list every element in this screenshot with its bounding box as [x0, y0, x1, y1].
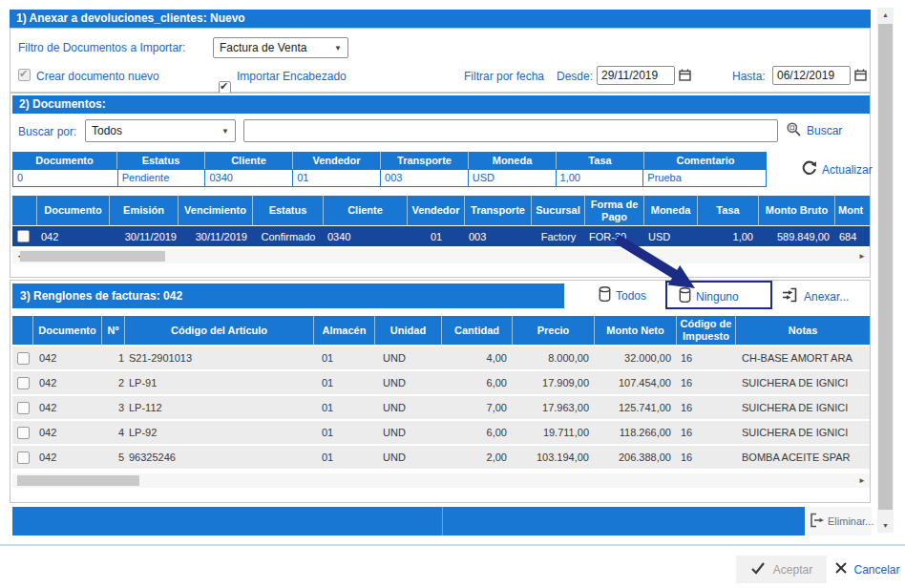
lines-table-row[interactable]: 042 2 LP-91 01 UND 6,00 17.909,00 107.45…: [12, 371, 870, 394]
cell: 8.000,00: [513, 352, 595, 364]
documents-hscrollbar[interactable]: ◄ ►: [12, 249, 870, 263]
cell: 01: [314, 402, 375, 413]
cell: UND: [375, 427, 442, 438]
cell: S21-2901013: [125, 352, 314, 364]
cell: 1: [102, 352, 125, 364]
close-icon: [834, 561, 848, 578]
cell: LP-92: [125, 427, 314, 438]
cell: 042: [33, 377, 102, 388]
document-type-select[interactable]: Factura de Venta ▼: [213, 37, 348, 58]
cell: 01: [314, 427, 375, 438]
header-cell: Precio: [513, 316, 595, 345]
cell: UND: [375, 352, 442, 364]
vscrollbar-thumb[interactable]: [878, 24, 893, 510]
buscar-label: Buscar: [807, 124, 842, 137]
desde-input[interactable]: [597, 66, 675, 85]
header-cell: Emisión: [110, 196, 179, 225]
documents-section-title: 2) Documentos:: [19, 97, 106, 111]
cell: 003: [381, 170, 469, 186]
cell: 1,00: [698, 231, 759, 242]
main-vscrollbar[interactable]: ▲ ▼: [877, 8, 894, 533]
lines-table-row[interactable]: 042 5 96325246 01 UND 2,00 103.194,00 20…: [12, 446, 870, 469]
cell: 7,00: [442, 402, 513, 413]
cell: 118.266,00: [595, 427, 677, 438]
buscar-button[interactable]: Buscar: [786, 121, 842, 140]
buscar-por-value: Todos: [92, 124, 122, 137]
refresh-icon: [801, 160, 817, 179]
scroll-down-icon[interactable]: ▼: [877, 522, 894, 529]
lines-panel: 3) Renglones de facturas: 042 Todos Ning…: [10, 280, 871, 503]
lines-table-row[interactable]: 042 1 S21-2901013 01 UND 4,00 8.000,00 3…: [12, 346, 870, 369]
row-checkbox[interactable]: [17, 452, 30, 464]
documents-table-row-selected[interactable]: 042 30/11/2019 30/11/2019 Confirmado 034…: [12, 226, 870, 246]
cell: 589.849,00: [759, 231, 835, 242]
cell: UND: [375, 402, 442, 413]
anexar-button[interactable]: Anexar...: [782, 287, 849, 305]
hasta-label: Hasta:: [732, 70, 766, 83]
row-checkbox[interactable]: [17, 377, 30, 389]
lines-table-body: 042 1 S21-2901013 01 UND 4,00 8.000,00 3…: [12, 346, 870, 469]
cell: 0340: [205, 170, 293, 186]
documents-table: Documento Emisión Vencimiento Estatus Cl…: [12, 196, 870, 246]
lines-table: Documento Nº Código del Artículo Almacén…: [12, 316, 870, 471]
cell: 125.741,00: [595, 402, 677, 413]
header-cell: Moneda: [469, 152, 557, 169]
hasta-input[interactable]: [772, 66, 851, 85]
row-checkbox[interactable]: [17, 230, 30, 242]
cell: 17.909,00: [513, 377, 595, 388]
lines-table-row[interactable]: 042 4 LP-92 01 UND 6,00 19.711,00 118.26…: [12, 421, 870, 444]
dialog: 1) Anexar a devoluciones_clientes: Nuevo…: [0, 0, 905, 588]
row-checkbox[interactable]: [17, 402, 30, 414]
scroll-right-icon[interactable]: ►: [858, 476, 866, 485]
lines-table-header: Documento Nº Código del Artículo Almacén…: [12, 316, 870, 345]
aceptar-button[interactable]: Aceptar: [736, 556, 827, 583]
hscrollbar-thumb[interactable]: [17, 475, 139, 486]
cell: 5: [102, 452, 125, 463]
hasta-calendar-icon[interactable]: [854, 69, 867, 84]
row-checkbox[interactable]: [17, 427, 30, 439]
desde-calendar-icon[interactable]: [679, 69, 691, 84]
crear-documento-checkbox[interactable]: [18, 69, 31, 81]
cell: 30/11/2019: [179, 231, 253, 242]
header-cell: Cliente: [324, 196, 408, 225]
cell: BOMBA ACEITE SPAR: [736, 452, 870, 463]
cancelar-label: Cancelar: [853, 563, 899, 577]
anexar-label: Anexar...: [804, 290, 849, 304]
cell: Prueba: [643, 170, 766, 186]
eliminar-button[interactable]: Eliminar...: [807, 507, 872, 536]
cell: 0: [13, 170, 118, 186]
cell: 042: [33, 452, 102, 463]
header-cell: Código del Artículo: [125, 316, 314, 345]
chevron-down-icon: ▼: [221, 127, 229, 136]
row-checkbox-cell: [12, 230, 37, 242]
cell: 4,00: [442, 352, 513, 364]
cell: 1,00: [557, 170, 644, 186]
lines-hscrollbar[interactable]: ◄ ►: [12, 473, 870, 488]
cancelar-button[interactable]: Cancelar: [830, 556, 905, 583]
pending-table-header: Documento Estatus Cliente Vendedor Trans…: [12, 152, 767, 169]
cell: 16: [677, 452, 736, 463]
pending-table-row[interactable]: 0 Pendiente 0340 01 003 USD 1,00 Prueba: [12, 169, 767, 187]
header-cell: Tasa: [557, 152, 644, 169]
header-cell: Cantidad: [442, 316, 513, 345]
actualizar-button[interactable]: Actualizar: [801, 160, 873, 179]
header-cell: Vendedor: [408, 196, 465, 225]
hscrollbar-thumb[interactable]: [20, 251, 165, 262]
cell: 01: [314, 352, 375, 364]
filtrar-fecha-label: Filtrar por fecha: [464, 70, 544, 83]
row-checkbox[interactable]: [17, 352, 30, 365]
scroll-right-icon[interactable]: ►: [858, 252, 866, 261]
chevron-down-icon: ▼: [334, 44, 342, 52]
cell: Factory: [532, 231, 585, 242]
document-type-value: Factura de Venta: [220, 41, 306, 54]
crear-documento-label: Crear documento nuevo: [36, 70, 159, 83]
scroll-up-icon[interactable]: ▲: [877, 11, 894, 18]
cell: 6,00: [442, 377, 513, 388]
cell: SUICHERA DE IGNICI: [736, 402, 870, 413]
header-cell: Mont: [835, 196, 870, 225]
search-input[interactable]: [243, 119, 778, 142]
buscar-por-select[interactable]: Todos ▼: [85, 119, 236, 142]
buscar-por-label: Buscar por:: [18, 125, 76, 138]
lines-table-row[interactable]: 042 3 LP-112 01 UND 7,00 17.963,00 125.7…: [12, 396, 870, 419]
header-cell: Sucursal: [532, 196, 585, 225]
